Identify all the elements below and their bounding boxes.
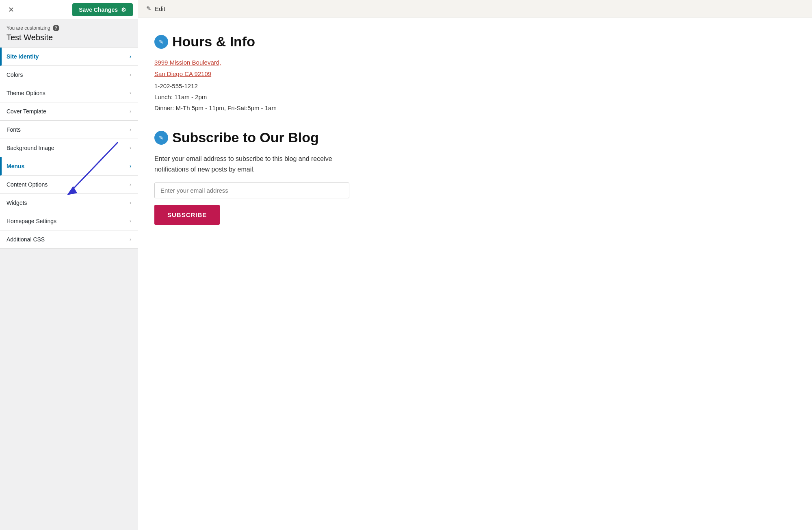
address-line2[interactable]: San Diego CA 92109: [154, 69, 796, 79]
nav-item-label: Content Options: [6, 181, 48, 188]
sidebar-item-colors[interactable]: Colors›: [0, 66, 138, 84]
sidebar-item-menus[interactable]: Menus›: [0, 157, 138, 176]
main-content: ✎ Edit ✎ Hours & Info 3999 Mission Boule…: [138, 0, 812, 530]
nav-item-label: Menus: [6, 163, 24, 169]
sidebar-item-homepage-settings[interactable]: Homepage Settings›: [0, 212, 138, 230]
customizing-label: You are customizing ?: [6, 25, 131, 31]
subscribe-section: ✎ Subscribe to Our Blog Enter your email…: [154, 130, 796, 225]
sidebar-item-site-identity[interactable]: Site Identity›: [0, 48, 138, 66]
sidebar-item-cover-template[interactable]: Cover Template›: [0, 102, 138, 121]
sidebar-item-theme-options[interactable]: Theme Options›: [0, 84, 138, 102]
chevron-right-icon: ›: [130, 145, 131, 151]
hours-section: ✎ Hours & Info 3999 Mission Boulevard, S…: [154, 34, 796, 113]
edit-label: Edit: [155, 5, 165, 12]
chevron-right-icon: ›: [130, 127, 131, 132]
customizing-text: You are customizing: [6, 25, 50, 31]
email-input[interactable]: [154, 182, 349, 198]
nav-item-label: Theme Options: [6, 90, 45, 96]
chevron-right-icon: ›: [130, 72, 131, 78]
site-name: Test Website: [6, 33, 131, 42]
sidebar-item-background-image[interactable]: Background Image›: [0, 139, 138, 157]
sidebar-item-fonts[interactable]: Fonts›: [0, 121, 138, 139]
sidebar: ✕ Save Changes ⚙ You are customizing ? T…: [0, 0, 138, 530]
address-line1[interactable]: 3999 Mission Boulevard,: [154, 58, 796, 67]
nav-item-label: Site Identity: [6, 53, 39, 60]
close-icon: ✕: [8, 6, 14, 14]
nav-item-label: Colors: [6, 72, 23, 78]
subscribe-title-row: ✎ Subscribe to Our Blog: [154, 130, 796, 146]
help-icon[interactable]: ?: [53, 25, 59, 31]
content-area: ✎ Hours & Info 3999 Mission Boulevard, S…: [138, 17, 812, 241]
chevron-right-icon: ›: [130, 90, 131, 96]
nav-item-label: Background Image: [6, 145, 54, 151]
subscribe-description: Enter your email address to subscribe to…: [154, 154, 357, 174]
sidebar-item-widgets[interactable]: Widgets›: [0, 194, 138, 212]
sidebar-header: ✕ Save Changes ⚙: [0, 0, 138, 20]
nav-item-label: Widgets: [6, 200, 27, 206]
save-changes-label: Save Changes: [79, 7, 118, 13]
hours-title-row: ✎ Hours & Info: [154, 34, 796, 50]
hours-info: 3999 Mission Boulevard, San Diego CA 921…: [154, 58, 796, 113]
nav-item-label: Additional CSS: [6, 236, 45, 243]
subscribe-title: Subscribe to Our Blog: [172, 130, 319, 146]
chevron-right-icon: ›: [130, 54, 131, 59]
subscribe-label: SUBSCRIBE: [167, 211, 207, 218]
lunch-hours: Lunch: 11am - 2pm: [154, 91, 796, 102]
chevron-right-icon: ›: [130, 218, 131, 224]
edit-bar: ✎ Edit: [138, 0, 812, 17]
chevron-right-icon: ›: [130, 237, 131, 242]
close-button[interactable]: ✕: [5, 4, 17, 16]
pencil-icon: ✎: [159, 39, 164, 45]
pencil-icon-2: ✎: [159, 135, 164, 141]
nav-item-label: Homepage Settings: [6, 218, 56, 224]
subscribe-edit-button[interactable]: ✎: [154, 131, 168, 145]
gear-icon: ⚙: [121, 7, 126, 13]
subscribe-button[interactable]: SUBSCRIBE: [154, 205, 220, 225]
edit-icon: ✎: [146, 5, 152, 12]
chevron-right-icon: ›: [130, 182, 131, 187]
hours-title: Hours & Info: [172, 34, 255, 50]
nav-menu: Site Identity›Colors›Theme Options›Cover…: [0, 48, 138, 249]
nav-item-label: Fonts: [6, 126, 21, 133]
chevron-right-icon: ›: [130, 200, 131, 206]
sidebar-item-additional-css[interactable]: Additional CSS›: [0, 230, 138, 249]
hours-edit-button[interactable]: ✎: [154, 35, 168, 49]
nav-item-label: Cover Template: [6, 108, 46, 115]
chevron-right-icon: ›: [130, 109, 131, 114]
save-changes-button[interactable]: Save Changes ⚙: [72, 3, 133, 16]
sidebar-item-content-options[interactable]: Content Options›: [0, 176, 138, 194]
chevron-right-icon: ›: [130, 163, 131, 169]
phone: 1-202-555-1212: [154, 80, 796, 91]
dinner-hours: Dinner: M-Th 5pm - 11pm, Fri-Sat:5pm - 1…: [154, 102, 796, 113]
customizing-info: You are customizing ? Test Website: [0, 20, 138, 48]
